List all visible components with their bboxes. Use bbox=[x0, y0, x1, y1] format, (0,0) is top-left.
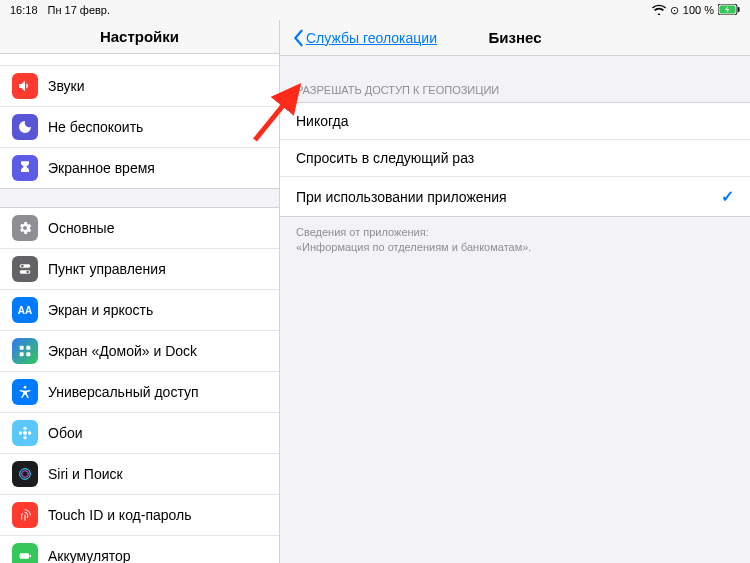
svg-point-13 bbox=[23, 427, 26, 430]
moon-icon bbox=[12, 114, 38, 140]
sidebar-item-siri[interactable]: Siri и Поиск bbox=[0, 454, 279, 495]
grid-icon bbox=[12, 338, 38, 364]
siri-icon bbox=[12, 461, 38, 487]
svg-point-15 bbox=[19, 431, 22, 434]
sidebar-item-battery[interactable]: Аккумулятор bbox=[0, 536, 279, 563]
flower-icon bbox=[12, 420, 38, 446]
sidebar-item-label: Обои bbox=[48, 425, 83, 441]
option-label: При использовании приложения bbox=[296, 189, 507, 205]
orientation-lock-icon: ⊙ bbox=[670, 4, 679, 17]
main-panel: Службы геолокации Бизнес Разрешать досту… bbox=[280, 20, 750, 563]
svg-point-5 bbox=[21, 265, 24, 268]
sidebar-item-display[interactable]: AA Экран и яркость bbox=[0, 290, 279, 331]
sidebar-item-label: Пункт управления bbox=[48, 261, 166, 277]
location-options: Никогда Спросить в следующий раз При исп… bbox=[280, 102, 750, 217]
option-while-using[interactable]: При использовании приложения ✓ bbox=[280, 177, 750, 216]
sounds-icon bbox=[12, 73, 38, 99]
back-button[interactable]: Службы геолокации bbox=[292, 29, 437, 47]
option-label: Спросить в следующий раз bbox=[296, 150, 474, 166]
section-header: Разрешать доступ к геопозиции bbox=[280, 56, 750, 102]
switches-icon bbox=[12, 256, 38, 282]
sidebar-item-homescreen[interactable]: Экран «Домой» и Dock bbox=[0, 331, 279, 372]
sidebar-item-touchid[interactable]: Touch ID и код-пароль bbox=[0, 495, 279, 536]
sidebar-item-partial[interactable] bbox=[0, 54, 279, 66]
svg-point-16 bbox=[28, 431, 31, 434]
textsize-icon: AA bbox=[12, 297, 38, 323]
sidebar-item-dnd[interactable]: Не беспокоить bbox=[0, 107, 279, 148]
sidebar-item-general[interactable]: Основные bbox=[0, 208, 279, 249]
sidebar-item-label: Основные bbox=[48, 220, 114, 236]
page-title: Бизнес bbox=[488, 29, 541, 46]
footer-note: Сведения от приложения: «Информация по о… bbox=[280, 217, 750, 264]
svg-point-12 bbox=[23, 431, 27, 435]
sidebar-item-label: Siri и Поиск bbox=[48, 466, 123, 482]
accessibility-icon bbox=[12, 379, 38, 405]
hourglass-icon bbox=[12, 155, 38, 181]
sidebar-title: Настройки bbox=[0, 20, 279, 54]
sidebar-item-label: Универсальный доступ bbox=[48, 384, 199, 400]
svg-point-14 bbox=[23, 436, 26, 439]
svg-rect-9 bbox=[20, 352, 24, 356]
svg-rect-10 bbox=[26, 352, 30, 356]
back-label: Службы геолокации bbox=[306, 30, 437, 46]
sidebar-item-wallpaper[interactable]: Обои bbox=[0, 413, 279, 454]
sidebar-item-controlcenter[interactable]: Пункт управления bbox=[0, 249, 279, 290]
sidebar: Настройки Звуки Не беспокоить Экранное в… bbox=[0, 20, 280, 563]
battery-icon bbox=[718, 4, 740, 17]
option-never[interactable]: Никогда bbox=[280, 103, 750, 140]
chevron-left-icon bbox=[292, 29, 304, 47]
svg-rect-20 bbox=[30, 555, 31, 558]
wifi-icon bbox=[652, 4, 666, 17]
sidebar-item-label: Touch ID и код-пароль bbox=[48, 507, 192, 523]
checkmark-icon: ✓ bbox=[721, 187, 734, 206]
gear-icon bbox=[12, 215, 38, 241]
svg-rect-2 bbox=[738, 7, 740, 12]
status-date: Пн 17 февр. bbox=[48, 4, 111, 16]
option-label: Никогда bbox=[296, 113, 348, 129]
sidebar-item-label: Аккумулятор bbox=[48, 548, 131, 563]
battery-icon bbox=[12, 543, 38, 563]
sidebar-item-label: Экранное время bbox=[48, 160, 155, 176]
status-bar: 16:18 Пн 17 февр. ⊙ 100 % bbox=[0, 0, 750, 20]
sidebar-item-label: Звуки bbox=[48, 78, 85, 94]
sidebar-item-label: Не беспокоить bbox=[48, 119, 143, 135]
svg-point-18 bbox=[22, 471, 29, 478]
svg-point-6 bbox=[26, 271, 29, 274]
sidebar-item-sounds[interactable]: Звуки bbox=[0, 66, 279, 107]
main-header: Службы геолокации Бизнес bbox=[280, 20, 750, 56]
fingerprint-icon bbox=[12, 502, 38, 528]
svg-point-11 bbox=[24, 386, 27, 389]
sidebar-item-screentime[interactable]: Экранное время bbox=[0, 148, 279, 188]
option-ask-next-time[interactable]: Спросить в следующий раз bbox=[280, 140, 750, 177]
status-time: 16:18 bbox=[10, 4, 38, 16]
sidebar-item-label: Экран и яркость bbox=[48, 302, 153, 318]
battery-percent: 100 % bbox=[683, 4, 714, 16]
svg-rect-7 bbox=[20, 346, 24, 350]
sidebar-item-label: Экран «Домой» и Dock bbox=[48, 343, 197, 359]
svg-rect-8 bbox=[26, 346, 30, 350]
svg-rect-19 bbox=[20, 553, 29, 558]
sidebar-item-accessibility[interactable]: Универсальный доступ bbox=[0, 372, 279, 413]
